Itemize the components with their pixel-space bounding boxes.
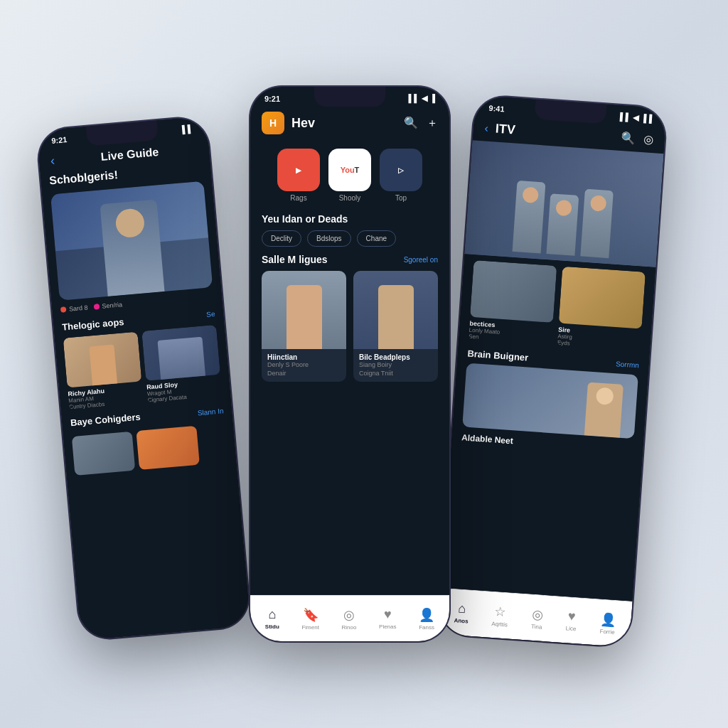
center-show2-sub1: Siang Boiry — [359, 361, 432, 370]
right-hero-image — [464, 140, 664, 267]
filter-chane[interactable]: Chane — [357, 230, 396, 247]
right-back-button[interactable]: ‹ — [484, 122, 489, 134]
shows-see-all[interactable]: Sgoreel on — [404, 256, 438, 264]
right-main-title: Brain Buigner — [467, 348, 529, 363]
right-nav-profile-label: Forrie — [599, 628, 614, 635]
back-button-left[interactable]: ‹ — [50, 154, 55, 168]
nav-faves[interactable]: ♥ Plenas — [379, 607, 396, 630]
rags-icon-symbol: ▶ — [296, 166, 301, 174]
badge-dot-pink — [93, 304, 100, 310]
app-logo: H — [262, 112, 284, 134]
hero-person — [100, 199, 164, 296]
top-icon-symbol: ▷ — [398, 166, 404, 174]
badge2-label: Sen/ria — [102, 301, 122, 309]
shows-section-header: Salle M ligues Sgoreel on — [262, 254, 438, 265]
channel-top[interactable]: ▷ Top — [380, 149, 422, 202]
right-search-icon[interactable]: 🔍 — [620, 131, 635, 145]
nav-browse[interactable]: ◎ Rinoo — [342, 607, 357, 631]
center-show1-sub1: Denly S Poore — [267, 361, 341, 370]
right-card-1[interactable]: bectices Lonly Maato Sen — [469, 260, 557, 346]
nav-home[interactable]: ⌂ Stidu — [265, 607, 279, 630]
shows-section-title: Salle M ligues — [262, 254, 328, 265]
person-2 — [546, 193, 579, 256]
center-show1-sub2: Denair — [267, 370, 341, 378]
phone-right: 9:41 ▌▌ ◀ ▐▐ ‹ ITV 🔍 ◎ — [438, 95, 667, 648]
right-sign-in[interactable]: Sorrmn — [616, 360, 639, 369]
left-sign-in[interactable]: Slann In — [197, 407, 224, 417]
home-icon: ⌂ — [268, 607, 276, 622]
right-signal: ▌▌ ◀ ▐▐ — [619, 112, 652, 124]
right-nav-love-label: Lice — [565, 625, 576, 632]
filter-declity[interactable]: Declity — [262, 230, 301, 247]
right-hero-second — [462, 363, 638, 439]
nav-browse-label: Rinoo — [342, 624, 357, 631]
center-section-title: Yeu Idan or Deads — [250, 210, 449, 230]
show-card-2[interactable]: Raud Sloy Wragot M Cignary Dacata — [141, 325, 222, 404]
nav-faves-label: Plenas — [379, 623, 396, 630]
right-nav-home[interactable]: ⌂ Anos — [454, 601, 469, 624]
right-user-icon[interactable]: ◎ — [643, 132, 653, 146]
center-show-2[interactable]: Bilc Beadpleps Siang Boiry Coigna Tniit — [353, 271, 438, 382]
nav-profile-icon: 👤 — [419, 607, 434, 623]
shows-row: Hiinctian Denly S Poore Denair Bilc Bead… — [262, 271, 438, 382]
right-nav-love[interactable]: ♥ Lice — [565, 609, 577, 632]
right-nav-search[interactable]: ☆ Aqrttis — [491, 603, 509, 628]
right-card-2[interactable]: Sire Astirg Eyds — [557, 267, 646, 352]
nav-search[interactable]: 🔖 Fiment — [301, 607, 318, 631]
right-card-img-1 — [470, 260, 557, 323]
filter-pills: Declity Bdslops Chane — [250, 230, 449, 254]
left-hero-image — [50, 181, 213, 301]
phone-left: 9:21 ▌▌ ‹ Live Guide Schoblgeris! — [36, 116, 251, 641]
right-person-2 — [584, 382, 623, 438]
center-show-2-info: Bilc Beadpleps Siang Boiry Coigna Tniit — [353, 349, 438, 382]
signal-icon: ▌▌ — [182, 124, 194, 134]
left-section1-title: Thelogic aops — [62, 316, 124, 333]
nav-profile-label: Fanss — [419, 624, 434, 631]
center-show-1[interactable]: Hiinctian Denly S Poore Denair — [262, 271, 346, 382]
you-logo-text: YouT — [341, 166, 360, 174]
right-title: ITV — [495, 122, 614, 145]
show-card-1[interactable]: Richy Alahu Manin AM Cuntry Diacbs — [63, 332, 144, 411]
nav-browse-icon: ◎ — [343, 607, 355, 623]
nav-faves-icon: ♥ — [384, 607, 392, 622]
center-screen: 9:21 ▌▌ ◀ ▐ H Hev 🔍 ＋ ▶ Rags — [250, 87, 449, 641]
left-content: Schoblgeris! Sard 8 Sen/ria — [41, 161, 231, 412]
add-icon[interactable]: ＋ — [427, 116, 438, 131]
center-header: H Hev 🔍 ＋ — [250, 106, 449, 140]
badge1-label: Sard 8 — [69, 304, 88, 312]
nav-profile[interactable]: 👤 Fanss — [419, 607, 434, 631]
show-grid: Richy Alahu Manin AM Cuntry Diacbs Raud … — [63, 325, 223, 410]
left-time: 9:21 — [51, 135, 68, 145]
rags-label: Rags — [290, 194, 306, 202]
center-time: 9:21 — [264, 95, 280, 103]
nav-search-icon: 🔖 — [303, 607, 318, 623]
center-show-img-2 — [353, 271, 438, 349]
rags-icon: ▶ — [277, 149, 320, 191]
channel-rags[interactable]: ▶ Rags — [277, 149, 320, 202]
center-signal: ▌▌ ◀ ▐ — [409, 94, 436, 103]
channel-icons-row: ▶ Rags YouT Shooly ▷ Top — [250, 140, 449, 210]
right-hero-persons — [464, 154, 663, 267]
person-3 — [580, 189, 614, 259]
center-notch — [314, 87, 385, 107]
right-content-row: bectices Lonly Maato Sen Sire Astirg Eyd… — [458, 254, 655, 358]
center-shows-section: Salle M ligues Sgoreel on Hiinctian Denl… — [250, 254, 449, 382]
right-search-nav-icon: ☆ — [494, 604, 506, 620]
nav-home-label: Stidu — [265, 623, 279, 630]
badge-1: Sard 8 — [60, 304, 88, 313]
search-icon[interactable]: 🔍 — [404, 116, 418, 131]
channel-shooly[interactable]: YouT Shooly — [328, 149, 371, 202]
show-card-img-1 — [63, 332, 142, 388]
right-home-icon: ⌂ — [458, 601, 466, 617]
right-nav-time[interactable]: ◎ Tina — [531, 606, 544, 630]
bottom-thumb-1[interactable] — [72, 432, 135, 476]
bottom-thumb-2[interactable] — [136, 426, 199, 470]
phone-center: 9:21 ▌▌ ◀ ▐ H Hev 🔍 ＋ ▶ Rags — [250, 87, 449, 641]
left-see-all[interactable]: Se — [206, 310, 215, 318]
shooly-label: Shooly — [339, 194, 361, 202]
right-nav-profile[interactable]: 👤 Forrie — [599, 611, 616, 635]
right-bottom-nav: ⌂ Anos ☆ Aqrttis ◎ Tina ♥ Lice 👤 Forr — [438, 588, 633, 648]
filter-bdslops[interactable]: Bdslops — [307, 230, 351, 247]
center-title: Hev — [291, 116, 397, 131]
center-status-icons: ▌▌ ◀ ▐ — [409, 94, 436, 103]
